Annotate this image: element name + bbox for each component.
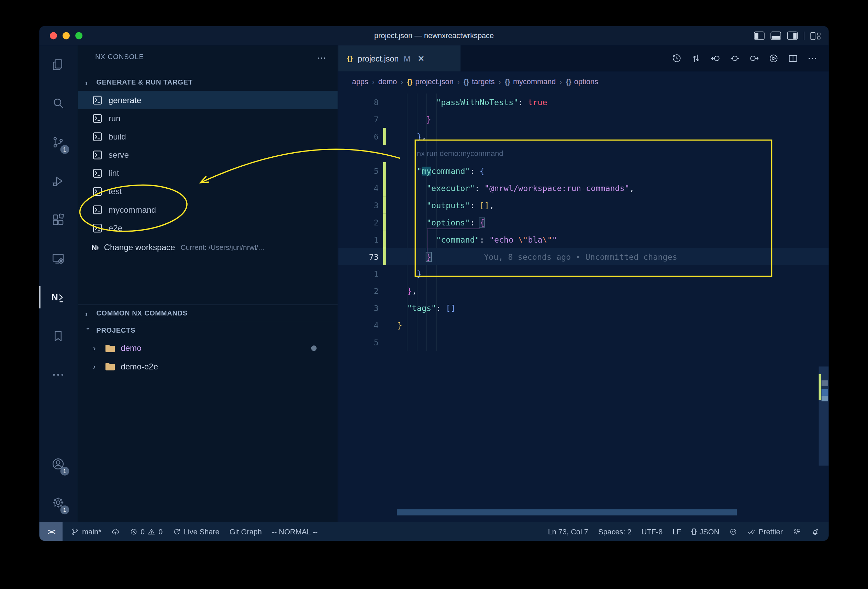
activity-source-control[interactable]: 1	[39, 123, 77, 162]
status-notifications[interactable]	[806, 522, 824, 541]
code-line[interactable]: 2 "options": {	[338, 214, 828, 231]
toggle-panel-icon[interactable]	[771, 32, 781, 40]
status-git-graph[interactable]: Git Graph	[224, 522, 267, 541]
code-text: "outputs": [],	[397, 201, 494, 210]
close-window-button[interactable]	[50, 32, 57, 39]
breadcrumb-mycommand[interactable]: {}mycommand	[505, 78, 556, 86]
target-item-mycommand[interactable]: mycommand	[78, 200, 338, 218]
activity-explorer[interactable]	[39, 45, 77, 84]
status-eol[interactable]: LF	[668, 522, 686, 541]
activity-bookmarks[interactable]	[39, 316, 77, 355]
section-common-nx-commands[interactable]: › COMMON NX COMMANDS	[78, 305, 338, 322]
code-text: "mycommand": {	[397, 166, 484, 175]
code-line[interactable]: 4 "executor": "@nrwl/workspace:run-comma…	[338, 179, 828, 196]
tab-project-json[interactable]: {} project.json M ✕	[338, 45, 461, 71]
editor-action-more[interactable]	[805, 50, 820, 66]
activity-search[interactable]	[39, 84, 77, 123]
activity-run-debug[interactable]	[39, 161, 77, 200]
code-line[interactable]: 3 "tags": []	[338, 300, 828, 317]
editor-action-split-editor[interactable]	[785, 50, 800, 66]
breadcrumb-project.json[interactable]: {}project.json	[407, 78, 453, 86]
section-label: GENERATE & RUN TARGET	[96, 79, 192, 87]
breadcrumb-targets[interactable]: {}targets	[464, 78, 495, 86]
activity-remote-explorer[interactable]	[39, 239, 77, 278]
minimize-window-button[interactable]	[62, 32, 70, 39]
status-sync-changes[interactable]	[106, 522, 124, 541]
status-feedback[interactable]	[788, 522, 806, 541]
editor-action-circle-plain[interactable]	[727, 50, 742, 66]
project-item-demo[interactable]: › demo	[78, 339, 338, 357]
code-line[interactable]: 4}	[338, 316, 828, 334]
editor-action-run-circle[interactable]	[766, 50, 781, 66]
breadcrumb-apps[interactable]: apps	[352, 78, 368, 86]
code-line[interactable]: 1 }	[338, 265, 828, 282]
folder-icon	[105, 343, 115, 353]
code-line[interactable]: 7 }	[338, 111, 828, 128]
code-line[interactable]: 5 "mycommand": {	[338, 162, 828, 179]
activity-extensions[interactable]	[39, 200, 77, 239]
toggle-sidebar-icon[interactable]	[754, 32, 764, 40]
code-line[interactable]: 1 "command": "echo \"bla\""	[338, 231, 828, 248]
code-text: nx run demo:mycommand	[397, 149, 503, 158]
project-item-demo-e2e[interactable]: › demo-e2e	[78, 357, 338, 375]
target-item-run[interactable]: run	[78, 109, 338, 127]
code-line[interactable]: 5	[338, 334, 828, 351]
tab-close-icon[interactable]: ✕	[418, 53, 424, 63]
status-prettier[interactable]: Prettier	[743, 522, 788, 541]
code-editor[interactable]: 8 "passWithNoTests": true7 }6 },nx run d…	[338, 92, 828, 522]
status-indentation[interactable]: Spaces: 2	[593, 522, 636, 541]
sidebar-actions-more-icon[interactable]	[316, 53, 326, 65]
target-item-build[interactable]: build	[78, 127, 338, 146]
editor-action-history[interactable]	[669, 50, 684, 66]
code-line[interactable]: 2 },	[338, 282, 828, 300]
activity-accounts[interactable]: 1	[39, 445, 77, 484]
status-remote-indicator[interactable]: ><	[39, 522, 62, 541]
editor-action-circle-arrow-left[interactable]	[707, 50, 723, 66]
target-item-test[interactable]: test	[78, 182, 338, 200]
status-live-share[interactable]: Live Share	[168, 522, 224, 541]
status-label: main*	[82, 527, 101, 535]
tab-modified-indicator: M	[404, 54, 410, 63]
term-icon	[92, 186, 102, 196]
target-item-generate[interactable]: generate	[78, 91, 338, 109]
status-label: LF	[673, 527, 681, 535]
nx-icon: N	[51, 290, 65, 304]
breadcrumb-options[interactable]: {}options	[565, 78, 598, 86]
breadcrumb-demo[interactable]: demo	[378, 78, 397, 86]
terminal-icon	[92, 95, 102, 105]
status-git-branch[interactable]: main*	[66, 522, 106, 541]
target-label: test	[109, 187, 122, 196]
code-line[interactable]: 73 }You, 8 seconds ago • Uncommitted cha…	[338, 248, 828, 265]
status-vim-mode[interactable]: -- NORMAL --	[267, 522, 322, 541]
status-language-mode[interactable]: {}JSON	[686, 522, 724, 541]
code-line[interactable]: 3 "outputs": [],	[338, 196, 828, 214]
editor-action-circle-arrow-right[interactable]	[746, 50, 762, 66]
target-item-e2e[interactable]: e2e	[78, 218, 338, 237]
activity-nx-console[interactable]: N	[39, 278, 77, 317]
status-cursor-position[interactable]: Ln 73, Col 7	[543, 522, 593, 541]
toggle-secondary-sidebar-icon[interactable]	[787, 32, 797, 40]
customize-layout-icon[interactable]	[810, 31, 821, 40]
code-line[interactable]: 8 "passWithNoTests": true	[338, 93, 828, 111]
status-encoding[interactable]: UTF-8	[636, 522, 668, 541]
gutter-modified-indicator	[383, 282, 386, 300]
editor-action-compare[interactable]	[688, 50, 703, 66]
status-copilot[interactable]	[724, 522, 743, 541]
target-item-serve[interactable]: serve	[78, 146, 338, 164]
status-problems[interactable]: 00	[124, 522, 168, 541]
target-item-lint[interactable]: lint	[78, 164, 338, 182]
activity-settings[interactable]: 1	[39, 483, 77, 522]
change-workspace-item[interactable]: N› Change workspace Current: /Users/juri…	[78, 238, 338, 256]
horizontal-scrollbar[interactable]	[397, 509, 737, 515]
code-lens-line[interactable]: nx run demo:mycommand	[338, 145, 828, 162]
vscode-window: project.json — newnxreactwrkspace 1N 11 …	[39, 26, 828, 541]
vertical-scrollbar[interactable]	[819, 366, 829, 465]
section-generate-run-target[interactable]: › . GENERATE & RUN TARGET	[78, 74, 338, 91]
code-line[interactable]: 6 },	[338, 128, 828, 145]
line-number: 2	[338, 286, 379, 295]
section-projects[interactable]: › PROJECTS	[78, 322, 338, 339]
activity-more-views[interactable]	[39, 355, 77, 394]
zoom-window-button[interactable]	[75, 32, 83, 39]
gutter-modified-indicator	[383, 231, 386, 248]
folder-icon	[105, 362, 115, 371]
